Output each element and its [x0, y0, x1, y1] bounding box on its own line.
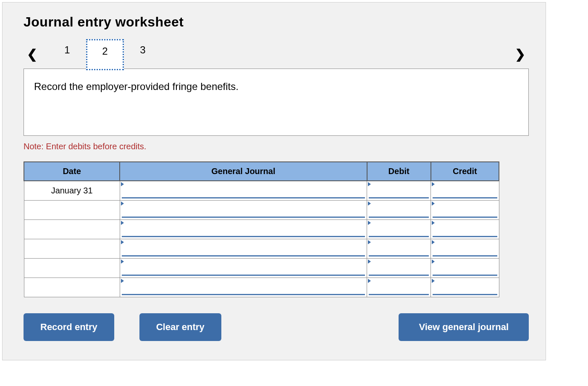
cell-credit[interactable] — [431, 258, 499, 278]
table-row — [24, 239, 499, 258]
entry-description: Record the employer-provided fringe bene… — [24, 69, 529, 136]
table-header-row: Date General Journal Debit Credit — [24, 162, 499, 181]
cell-credit[interactable] — [431, 239, 499, 258]
table-body: January 31 — [24, 181, 499, 297]
cell-credit[interactable] — [431, 219, 499, 239]
cell-general-journal[interactable] — [120, 278, 367, 297]
worksheet-panel: Journal entry worksheet ❮ 1 2 3 ❯ Record… — [2, 2, 546, 360]
record-entry-button[interactable]: Record entry — [24, 313, 114, 341]
cell-date: January 31 — [24, 181, 120, 200]
cell-general-journal[interactable] — [120, 219, 367, 239]
col-header-debit: Debit — [367, 162, 431, 181]
next-step-button[interactable]: ❯ — [512, 45, 529, 63]
table-row — [24, 219, 499, 239]
cell-general-journal[interactable] — [120, 200, 367, 219]
cell-debit[interactable] — [367, 219, 431, 239]
cell-debit[interactable] — [367, 200, 431, 219]
step-list: 1 2 3 — [48, 39, 162, 69]
cell-general-journal[interactable] — [120, 258, 367, 278]
table-row — [24, 258, 499, 278]
cell-date — [24, 239, 120, 258]
table-row — [24, 200, 499, 219]
view-general-journal-button[interactable]: View general journal — [399, 313, 529, 341]
cell-date — [24, 278, 120, 297]
step-nav-left: ❮ 1 2 3 — [24, 39, 162, 69]
journal-table: Date General Journal Debit Credit Januar… — [24, 161, 499, 297]
step-1[interactable]: 1 — [48, 39, 86, 68]
step-2[interactable]: 2 — [86, 39, 124, 70]
col-header-credit: Credit — [431, 162, 499, 181]
col-header-gj: General Journal — [120, 162, 367, 181]
cell-debit[interactable] — [367, 258, 431, 278]
cell-date — [24, 200, 120, 219]
cell-credit[interactable] — [431, 181, 499, 200]
cell-credit[interactable] — [431, 278, 499, 297]
table-row: January 31 — [24, 181, 499, 200]
step-3[interactable]: 3 — [124, 39, 162, 68]
note-text: Note: Enter debits before credits. — [24, 142, 529, 151]
col-header-date: Date — [24, 162, 120, 181]
cell-debit[interactable] — [367, 278, 431, 297]
step-nav: ❮ 1 2 3 ❯ — [24, 39, 529, 69]
button-row: Record entry Clear entry View general jo… — [24, 313, 529, 341]
cell-debit[interactable] — [367, 181, 431, 200]
cell-date — [24, 219, 120, 239]
clear-entry-button[interactable]: Clear entry — [139, 313, 221, 341]
cell-general-journal[interactable] — [120, 239, 367, 258]
cell-debit[interactable] — [367, 239, 431, 258]
table-row — [24, 278, 499, 297]
cell-credit[interactable] — [431, 200, 499, 219]
cell-general-journal[interactable] — [120, 181, 367, 200]
cell-date — [24, 258, 120, 278]
prev-step-button[interactable]: ❮ — [24, 45, 41, 63]
page-title: Journal entry worksheet — [24, 14, 529, 30]
